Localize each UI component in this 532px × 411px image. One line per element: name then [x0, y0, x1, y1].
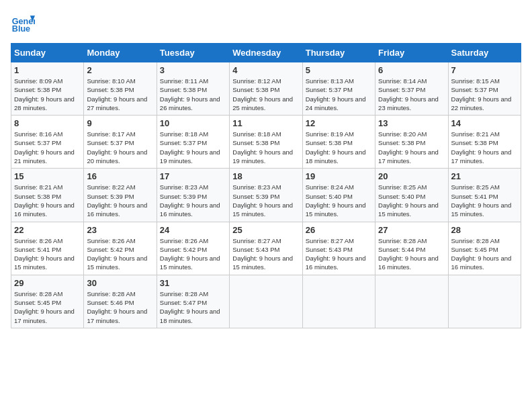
day-info: Sunrise: 8:23 AMSunset: 5:39 PMDaylight:… — [232, 183, 293, 218]
calendar-day-cell: 16 Sunrise: 8:22 AMSunset: 5:39 PMDaylig… — [84, 169, 157, 222]
day-number: 23 — [87, 225, 153, 235]
day-info: Sunrise: 8:15 AMSunset: 5:37 PMDaylight:… — [451, 77, 512, 111]
day-info: Sunrise: 8:26 AMSunset: 5:42 PMDaylight:… — [87, 237, 147, 271]
day-number: 1 — [14, 65, 81, 75]
calendar-day-cell: 1 Sunrise: 8:09 AMSunset: 5:38 PMDayligh… — [11, 62, 84, 116]
calendar-day-cell — [230, 275, 302, 328]
calendar-day-cell: 22 Sunrise: 8:26 AMSunset: 5:41 PMDaylig… — [11, 222, 84, 275]
day-number: 12 — [306, 118, 372, 128]
calendar-day-cell — [448, 275, 521, 328]
day-info: Sunrise: 8:25 AMSunset: 5:40 PMDaylight:… — [378, 183, 439, 218]
logo: General Blue — [11, 11, 38, 35]
day-number: 20 — [378, 171, 445, 181]
day-number: 17 — [160, 171, 226, 181]
day-info: Sunrise: 8:10 AMSunset: 5:38 PMDaylight:… — [87, 77, 147, 111]
day-of-week-header: Tuesday — [157, 44, 229, 62]
day-info: Sunrise: 8:24 AMSunset: 5:40 PMDaylight:… — [306, 183, 366, 218]
calendar-day-cell: 27 Sunrise: 8:28 AMSunset: 5:44 PMDaylig… — [375, 222, 448, 275]
day-info: Sunrise: 8:18 AMSunset: 5:37 PMDaylight:… — [160, 130, 220, 165]
day-number: 14 — [451, 118, 518, 128]
day-number: 25 — [232, 225, 299, 235]
day-info: Sunrise: 8:22 AMSunset: 5:39 PMDaylight:… — [87, 183, 147, 218]
calendar-day-cell: 28 Sunrise: 8:28 AMSunset: 5:45 PMDaylig… — [448, 222, 521, 275]
day-info: Sunrise: 8:16 AMSunset: 5:37 PMDaylight:… — [14, 130, 75, 165]
calendar-day-cell: 30 Sunrise: 8:28 AMSunset: 5:46 PMDaylig… — [84, 275, 157, 328]
calendar-day-cell: 18 Sunrise: 8:23 AMSunset: 5:39 PMDaylig… — [230, 169, 302, 222]
calendar-day-cell: 31 Sunrise: 8:28 AMSunset: 5:47 PMDaylig… — [157, 275, 229, 328]
day-info: Sunrise: 8:12 AMSunset: 5:38 PMDaylight:… — [232, 77, 293, 111]
day-number: 31 — [160, 278, 226, 288]
calendar-week-row: 1 Sunrise: 8:09 AMSunset: 5:38 PMDayligh… — [11, 62, 521, 116]
day-number: 30 — [87, 278, 153, 288]
day-info: Sunrise: 8:11 AMSunset: 5:38 PMDaylight:… — [160, 77, 220, 111]
day-of-week-header: Monday — [84, 44, 157, 62]
day-info: Sunrise: 8:19 AMSunset: 5:38 PMDaylight:… — [306, 130, 366, 165]
day-number: 3 — [160, 65, 226, 75]
day-info: Sunrise: 8:28 AMSunset: 5:45 PMDaylight:… — [451, 237, 512, 271]
calendar-day-cell: 9 Sunrise: 8:17 AMSunset: 5:37 PMDayligh… — [84, 116, 157, 169]
day-number: 8 — [14, 118, 81, 128]
day-number: 11 — [232, 118, 299, 128]
day-info: Sunrise: 8:13 AMSunset: 5:37 PMDaylight:… — [306, 77, 366, 111]
day-of-week-header: Saturday — [448, 44, 521, 62]
calendar-day-cell: 20 Sunrise: 8:25 AMSunset: 5:40 PMDaylig… — [375, 169, 448, 222]
logo-icon: General Blue — [11, 11, 35, 35]
calendar-day-cell: 29 Sunrise: 8:28 AMSunset: 5:45 PMDaylig… — [11, 275, 84, 328]
day-info: Sunrise: 8:27 AMSunset: 5:43 PMDaylight:… — [306, 237, 366, 271]
day-info: Sunrise: 8:25 AMSunset: 5:41 PMDaylight:… — [451, 183, 512, 218]
day-number: 22 — [14, 225, 81, 235]
calendar-day-cell: 23 Sunrise: 8:26 AMSunset: 5:42 PMDaylig… — [84, 222, 157, 275]
day-info: Sunrise: 8:28 AMSunset: 5:46 PMDaylight:… — [87, 290, 147, 324]
day-number: 26 — [306, 225, 372, 235]
day-info: Sunrise: 8:17 AMSunset: 5:37 PMDaylight:… — [87, 130, 147, 165]
calendar-day-cell — [302, 275, 375, 328]
day-number: 5 — [306, 65, 372, 75]
calendar-day-cell: 10 Sunrise: 8:18 AMSunset: 5:37 PMDaylig… — [157, 116, 229, 169]
calendar-day-cell: 8 Sunrise: 8:16 AMSunset: 5:37 PMDayligh… — [11, 116, 84, 169]
day-of-week-header: Thursday — [302, 44, 375, 62]
calendar-day-cell: 11 Sunrise: 8:18 AMSunset: 5:38 PMDaylig… — [230, 116, 302, 169]
day-number: 2 — [87, 65, 153, 75]
day-number: 9 — [87, 118, 153, 128]
calendar-body: 1 Sunrise: 8:09 AMSunset: 5:38 PMDayligh… — [11, 62, 521, 328]
calendar-day-cell: 5 Sunrise: 8:13 AMSunset: 5:37 PMDayligh… — [302, 62, 375, 116]
day-info: Sunrise: 8:21 AMSunset: 5:38 PMDaylight:… — [451, 130, 512, 165]
calendar-day-cell: 3 Sunrise: 8:11 AMSunset: 5:38 PMDayligh… — [157, 62, 229, 116]
calendar-week-row: 22 Sunrise: 8:26 AMSunset: 5:41 PMDaylig… — [11, 222, 521, 275]
day-info: Sunrise: 8:14 AMSunset: 5:37 PMDaylight:… — [378, 77, 439, 111]
calendar-table: SundayMondayTuesdayWednesdayThursdayFrid… — [11, 43, 521, 328]
day-number: 16 — [87, 171, 153, 181]
calendar-week-row: 15 Sunrise: 8:21 AMSunset: 5:38 PMDaylig… — [11, 169, 521, 222]
day-number: 27 — [378, 225, 445, 235]
day-number: 28 — [451, 225, 518, 235]
calendar-day-cell: 2 Sunrise: 8:10 AMSunset: 5:38 PMDayligh… — [84, 62, 157, 116]
calendar-day-cell: 21 Sunrise: 8:25 AMSunset: 5:41 PMDaylig… — [448, 169, 521, 222]
day-number: 13 — [378, 118, 445, 128]
day-number: 19 — [306, 171, 372, 181]
calendar-day-cell: 19 Sunrise: 8:24 AMSunset: 5:40 PMDaylig… — [302, 169, 375, 222]
day-info: Sunrise: 8:20 AMSunset: 5:38 PMDaylight:… — [378, 130, 439, 165]
day-number: 29 — [14, 278, 81, 288]
calendar-day-cell: 4 Sunrise: 8:12 AMSunset: 5:38 PMDayligh… — [230, 62, 302, 116]
day-number: 10 — [160, 118, 226, 128]
calendar-week-row: 29 Sunrise: 8:28 AMSunset: 5:45 PMDaylig… — [11, 275, 521, 328]
calendar-day-cell: 25 Sunrise: 8:27 AMSunset: 5:43 PMDaylig… — [230, 222, 302, 275]
day-info: Sunrise: 8:18 AMSunset: 5:38 PMDaylight:… — [232, 130, 293, 165]
day-number: 24 — [160, 225, 226, 235]
calendar-header: SundayMondayTuesdayWednesdayThursdayFrid… — [11, 44, 521, 62]
day-info: Sunrise: 8:28 AMSunset: 5:47 PMDaylight:… — [160, 290, 220, 324]
page-header: General Blue — [11, 11, 521, 35]
svg-text:Blue: Blue — [12, 24, 30, 34]
calendar-day-cell: 7 Sunrise: 8:15 AMSunset: 5:37 PMDayligh… — [448, 62, 521, 116]
day-number: 15 — [14, 171, 81, 181]
day-info: Sunrise: 8:28 AMSunset: 5:45 PMDaylight:… — [14, 290, 75, 324]
day-of-week-header: Friday — [375, 44, 448, 62]
day-of-week-header: Sunday — [11, 44, 84, 62]
day-number: 18 — [232, 171, 299, 181]
calendar-week-row: 8 Sunrise: 8:16 AMSunset: 5:37 PMDayligh… — [11, 116, 521, 169]
day-info: Sunrise: 8:26 AMSunset: 5:41 PMDaylight:… — [14, 237, 75, 271]
day-info: Sunrise: 8:21 AMSunset: 5:38 PMDaylight:… — [14, 183, 75, 218]
calendar-day-cell: 24 Sunrise: 8:26 AMSunset: 5:42 PMDaylig… — [157, 222, 229, 275]
calendar-day-cell: 6 Sunrise: 8:14 AMSunset: 5:37 PMDayligh… — [375, 62, 448, 116]
calendar-day-cell: 15 Sunrise: 8:21 AMSunset: 5:38 PMDaylig… — [11, 169, 84, 222]
